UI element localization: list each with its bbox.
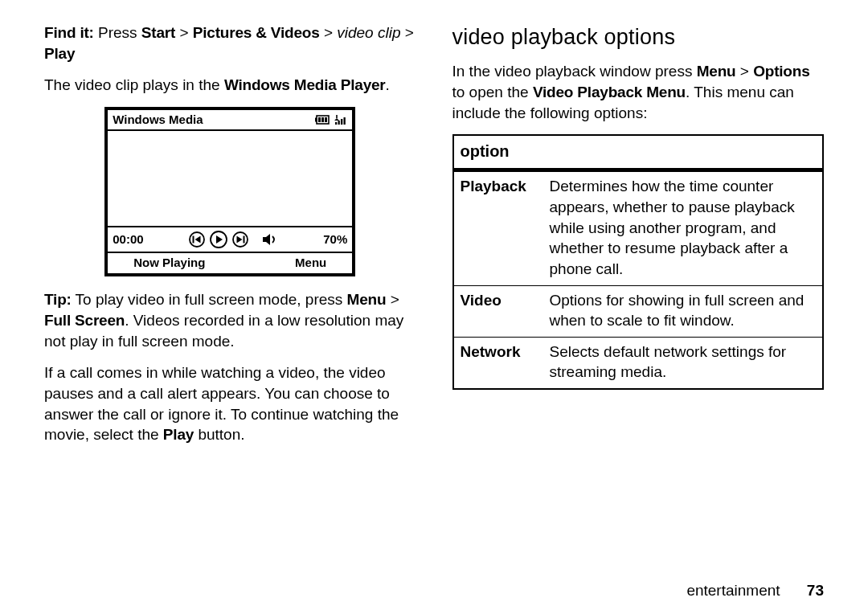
svg-marker-19 bbox=[263, 234, 270, 245]
svg-marker-6 bbox=[334, 118, 339, 121]
path-play: Play bbox=[44, 45, 75, 62]
opt-key: Playback bbox=[453, 170, 543, 285]
opt-val: Selects default network settings for str… bbox=[543, 337, 824, 389]
intro-vpm: Video Playback Menu bbox=[533, 84, 686, 100]
plays-in-line: The video clip plays in the Windows Medi… bbox=[44, 75, 416, 96]
svg-marker-13 bbox=[195, 236, 201, 244]
battery-icon bbox=[315, 115, 331, 125]
phone-screenshot: Windows Media 00:00 70 bbox=[104, 107, 355, 277]
opt-key: Network bbox=[453, 337, 543, 389]
find-it-line: Find it: Press Start > Pictures & Videos… bbox=[44, 23, 416, 63]
svg-rect-1 bbox=[315, 118, 317, 122]
intro-menu: Menu bbox=[697, 63, 736, 80]
tip-a: To play video in full screen mode, press bbox=[72, 291, 347, 308]
tip-paragraph: Tip: To play video in full screen mode, … bbox=[44, 289, 416, 351]
svg-rect-10 bbox=[344, 117, 346, 125]
svg-rect-12 bbox=[193, 236, 194, 244]
find-it-label: Find it: bbox=[44, 24, 94, 41]
manual-page: Find it: Press Start > Pictures & Videos… bbox=[0, 0, 868, 614]
status-icons bbox=[315, 115, 347, 125]
left-column: Find it: Press Start > Pictures & Videos… bbox=[44, 23, 416, 456]
intro-a: In the video playback window press bbox=[452, 63, 697, 80]
gt1: > bbox=[175, 24, 193, 41]
prev-icon bbox=[188, 231, 206, 248]
phone-time: 00:00 bbox=[113, 231, 143, 248]
table-header: option bbox=[453, 135, 824, 170]
table-row: Video Options for showing in full screen… bbox=[453, 285, 824, 337]
phone-video-area bbox=[108, 129, 352, 226]
svg-rect-2 bbox=[318, 117, 321, 122]
gt3: > bbox=[400, 24, 413, 41]
svg-rect-8 bbox=[338, 121, 340, 125]
opt-key: Video bbox=[453, 285, 543, 337]
tip-menu: Menu bbox=[347, 291, 387, 308]
options-table: option Playback Determines how the time … bbox=[452, 134, 825, 390]
path-pictures-videos: Pictures & Videos bbox=[193, 24, 320, 41]
page-number: 73 bbox=[807, 582, 824, 599]
two-column-layout: Find it: Press Start > Pictures & Videos… bbox=[44, 23, 824, 456]
next-icon bbox=[231, 231, 249, 248]
plays-in-a: The video clip plays in the bbox=[44, 76, 224, 93]
tip-fullscreen: Full Screen bbox=[44, 312, 125, 329]
opt-val: Determines how the time counter appears,… bbox=[543, 170, 824, 285]
play-icon bbox=[209, 230, 228, 249]
table-row: Playback Determines how the time counter… bbox=[453, 170, 824, 285]
phone-title: Windows Media bbox=[113, 112, 203, 128]
phone-volume: 70% bbox=[323, 231, 347, 248]
path-start: Start bbox=[141, 24, 175, 41]
section-heading: video playback options bbox=[452, 23, 825, 51]
plays-in-wmp: Windows Media Player bbox=[224, 76, 386, 93]
call-b: button. bbox=[194, 426, 244, 443]
signal-icon bbox=[334, 115, 347, 125]
find-it-press: Press bbox=[94, 24, 141, 41]
softkey-right: Menu bbox=[295, 255, 326, 271]
table-row: Network Selects default network settings… bbox=[453, 337, 824, 389]
table-header-row: option bbox=[453, 135, 824, 170]
softkey-left: Now Playing bbox=[133, 255, 205, 271]
intro-b: to open the bbox=[452, 84, 533, 100]
intro-paragraph: In the video playback window press Menu … bbox=[452, 61, 825, 123]
opt-val: Options for showing in full screen and w… bbox=[543, 285, 824, 337]
page-footer: entertainment 73 bbox=[686, 582, 824, 600]
plays-in-c: . bbox=[386, 76, 390, 93]
call-play: Play bbox=[163, 426, 194, 443]
tip-gt: > bbox=[386, 291, 399, 308]
call-paragraph: If a call comes in while watching a vide… bbox=[44, 362, 416, 445]
phone-titlebar: Windows Media bbox=[108, 110, 352, 129]
intro-options: Options bbox=[753, 63, 809, 80]
svg-rect-4 bbox=[325, 117, 327, 122]
gt2: > bbox=[320, 24, 338, 41]
svg-rect-3 bbox=[321, 117, 324, 122]
svg-rect-18 bbox=[244, 236, 245, 244]
speaker-icon bbox=[262, 233, 278, 246]
path-video-clip: video clip bbox=[337, 24, 400, 41]
svg-marker-15 bbox=[216, 235, 223, 244]
tip-label: Tip: bbox=[44, 291, 72, 308]
phone-softkeys: Now Playing Menu bbox=[108, 252, 352, 273]
right-column: video playback options In the video play… bbox=[452, 23, 825, 456]
intro-gt: > bbox=[735, 63, 753, 80]
footer-section: entertainment bbox=[686, 582, 780, 599]
svg-rect-7 bbox=[335, 122, 337, 125]
transport-controls bbox=[188, 230, 278, 249]
svg-marker-17 bbox=[237, 236, 243, 244]
phone-controls: 00:00 70% bbox=[108, 226, 352, 252]
svg-rect-9 bbox=[341, 119, 342, 125]
